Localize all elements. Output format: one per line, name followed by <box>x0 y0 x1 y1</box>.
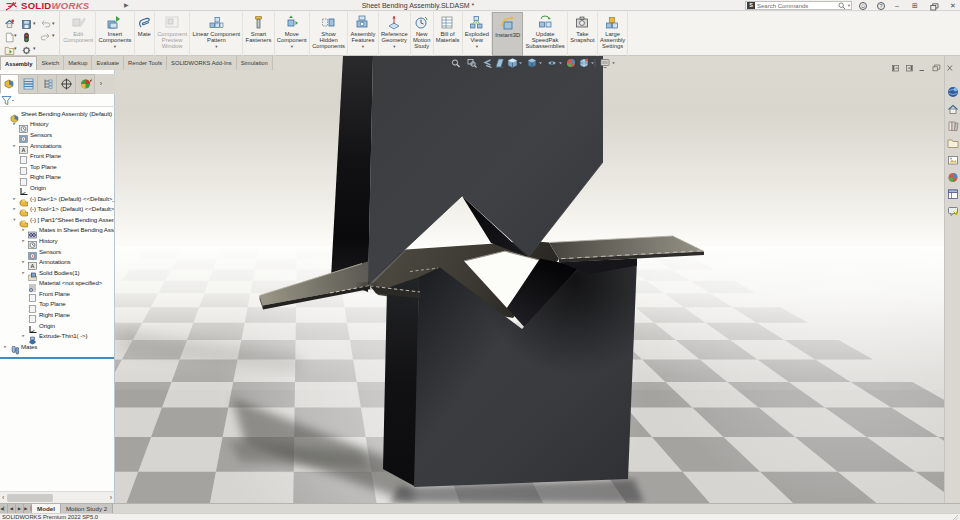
appearances-scenes-icon[interactable] <box>947 169 959 181</box>
tree-item-mates-in-sheet-bending-asse[interactable]: ▸Mates in Sheet Bending Asse <box>0 225 114 236</box>
update-speedpak-button[interactable]: Update SpeedPak Subassemblies <box>523 12 568 56</box>
dropdown-caret[interactable]: ▾ <box>291 44 293 49</box>
mate-button[interactable]: Mate <box>135 12 155 56</box>
expand-arrow[interactable]: ▸ <box>12 121 17 126</box>
component-preview-button[interactable]: Component Preview Window <box>155 12 190 56</box>
tree-item-origin[interactable]: Origin <box>0 182 114 193</box>
smart-fasteners-button[interactable]: Smart Fasteners <box>243 12 274 56</box>
dropdown-caret[interactable]: ▾ <box>52 32 55 38</box>
dropdown-caret[interactable]: ▾ <box>393 44 395 49</box>
collapse-arrow[interactable]: ▾ <box>12 217 17 222</box>
search-input[interactable]: Search Commands <box>755 3 838 9</box>
tree-item-solid-bodies-1[interactable]: ▸Solid Bodies(1) <box>0 267 114 278</box>
tree-item-history[interactable]: ▸History <box>0 119 114 130</box>
tree-item-top-plane[interactable]: Top Plane <box>0 161 114 172</box>
linear-pattern-button[interactable]: Linear Component Pattern▾ <box>190 12 243 56</box>
resize-grip[interactable] <box>953 515 959 520</box>
close-button[interactable]: ✕ <box>950 2 956 10</box>
expand-arrow[interactable]: ▸ <box>3 344 8 349</box>
instant3d-button[interactable]: Instant3D <box>492 12 523 56</box>
tree-item-front-plane[interactable]: Front Plane <box>0 150 114 161</box>
panel-tab-configurationmanager[interactable] <box>38 74 57 94</box>
login-icon[interactable]: ☺ <box>859 2 867 10</box>
insert-components-button[interactable]: Insert Components▾ <box>96 12 134 56</box>
expand-arrow[interactable]: ▸ <box>21 227 26 232</box>
tree-item-annotations[interactable]: ▸Annotations <box>0 140 114 151</box>
scroll-left-arrow[interactable]: ‹ <box>2 494 4 502</box>
tree-item-origin[interactable]: Origin <box>0 320 114 331</box>
exploded-view-button[interactable]: Exploded View▾ <box>463 12 493 56</box>
dropdown-caret[interactable]: ▾ <box>52 20 55 26</box>
motion-study-button[interactable]: New Motion Study <box>411 12 434 56</box>
tab-simulation[interactable]: Simulation <box>237 56 273 70</box>
tab-render-tools[interactable]: Render Tools <box>124 56 167 70</box>
expand-arrow[interactable]: ▸ <box>12 196 17 201</box>
dropdown-caret[interactable]: ▾ <box>476 44 478 49</box>
scroll-right-arrow[interactable]: › <box>110 494 112 502</box>
tree-item-right-plane[interactable]: Right Plane <box>0 309 114 320</box>
move-component-button[interactable]: Move Component▾ <box>275 12 310 56</box>
reference-geometry-button[interactable]: Reference Geometry▾ <box>379 12 411 56</box>
tab-sketch[interactable]: Sketch <box>37 56 64 70</box>
expand-arrow[interactable]: ▸ <box>12 143 17 148</box>
tab-evaluate[interactable]: Evaluate <box>92 56 124 70</box>
panel-tab-propertymanager[interactable] <box>19 74 38 94</box>
doc-close-icon[interactable] <box>948 66 953 71</box>
tree-item-material-not-specified[interactable]: Material <not specified> <box>0 278 114 289</box>
tab-motion-study-2[interactable]: Motion Study 2 <box>61 504 113 513</box>
tree-item-front-plane[interactable]: Front Plane <box>0 288 114 299</box>
help-icon[interactable]: ? <box>877 2 885 10</box>
tree-item-tool-1-default-default[interactable]: ▸(-) Tool<1> (Default) <<Default>_ <box>0 203 114 214</box>
design-library-icon[interactable] <box>947 118 959 130</box>
dropdown-caret[interactable]: ▾ <box>362 44 364 49</box>
tree-item-annotations[interactable]: ▸Annotations <box>0 256 114 267</box>
tab-solidworks-add-ins[interactable]: SOLIDWORKS Add-Ins <box>167 56 237 70</box>
tab-model[interactable]: Model <box>32 504 61 513</box>
tree-item-sensors[interactable]: Sensors <box>0 246 114 257</box>
edit-component-button[interactable]: Edit Component <box>61 12 96 56</box>
custom-properties-icon[interactable] <box>947 186 959 198</box>
file-explorer-icon[interactable] <box>947 135 959 147</box>
show-hidden-button[interactable]: Show Hidden Components <box>310 12 348 56</box>
restore-button[interactable] <box>930 3 939 11</box>
scroll-thumb[interactable] <box>7 494 53 502</box>
panel-tabs-overflow-arrow[interactable]: › <box>95 74 107 94</box>
minimize-button[interactable]: – <box>895 2 899 10</box>
dropdown-caret[interactable]: ▾ <box>33 45 36 51</box>
tab-markup[interactable]: Markup <box>64 56 92 70</box>
search-icon[interactable] <box>838 2 846 10</box>
expand-arrow[interactable]: ▸ <box>21 238 26 243</box>
search-box[interactable]: S Search Commands ▾ <box>745 1 852 10</box>
tree-item-sensors[interactable]: Sensors <box>0 129 114 140</box>
graphics-viewport[interactable] <box>115 56 944 503</box>
large-assembly-button[interactable]: Large Assembly Settings <box>598 12 629 56</box>
dropdown-caret[interactable]: ▾ <box>14 32 17 38</box>
tree-item-history[interactable]: ▸History <box>0 235 114 246</box>
tree-item-right-plane[interactable]: Right Plane <box>0 172 114 183</box>
panel-horizontal-scrollbar[interactable]: ‹ › <box>0 491 114 503</box>
assembly-features-button[interactable]: Assembly Features▾ <box>348 12 379 56</box>
dropdown-caret[interactable]: ▾ <box>114 44 116 49</box>
expand-arrow[interactable]: ▸ <box>12 206 17 211</box>
search-dropdown-caret[interactable]: ▾ <box>848 3 850 8</box>
rollback-bar[interactable] <box>0 357 114 359</box>
tree-filter[interactable] <box>0 94 115 107</box>
panel-tab-displaymanager[interactable] <box>76 74 95 94</box>
doc-restore-icon[interactable] <box>933 67 938 71</box>
tree-item-extrude-thin1[interactable]: ▸Extrude-Thin1( ->) <box>0 330 114 341</box>
view-palette-icon[interactable] <box>947 152 959 164</box>
pane-button[interactable]: ⊞ <box>912 2 918 10</box>
tab-assembly[interactable]: Assembly <box>0 56 37 70</box>
take-snapshot-button[interactable]: Take Snapshot <box>568 12 598 56</box>
dropdown-caret[interactable]: ▾ <box>14 45 17 51</box>
dropdown-caret[interactable]: ▾ <box>215 44 217 49</box>
tree-item-sheet-bending-assembly-default-d[interactable]: Sheet Bending Assembly (Default) <D <box>0 108 114 119</box>
expand-arrow[interactable]: ▸ <box>21 259 26 264</box>
tree-item-die-1-default-default-d[interactable]: ▸(-) Die<1> (Default) <<Default>_D <box>0 193 114 204</box>
edit-appearance-icon[interactable] <box>567 59 575 67</box>
panel-tab-featuremanager[interactable] <box>0 74 19 94</box>
expand-arrow[interactable]: ▸ <box>21 270 26 275</box>
solidworks-forum-icon[interactable] <box>947 203 959 215</box>
bill-of-materials-button[interactable]: Bill of Materials <box>434 12 463 56</box>
solidworks-resources-icon[interactable] <box>947 101 959 113</box>
